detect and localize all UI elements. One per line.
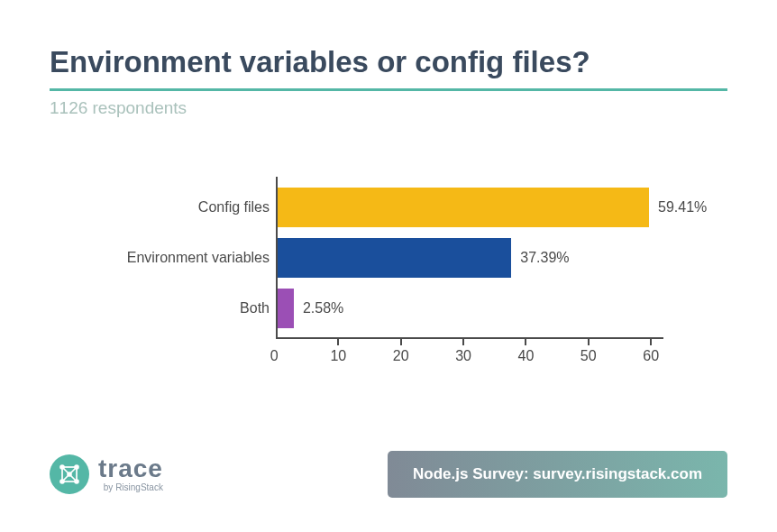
bar-value-label: 2.58% <box>303 300 343 316</box>
bar-value-label: 59.41% <box>658 199 707 216</box>
x-tick-label: 50 <box>580 348 597 364</box>
chart-bars: 59.41%37.39%2.58% <box>278 177 665 339</box>
x-tick-label: 60 <box>643 348 659 364</box>
bar-row: 37.39% <box>278 238 570 278</box>
chart: Config filesEnvironment variablesBoth 59… <box>109 177 668 384</box>
x-tick-mark <box>588 339 590 345</box>
bar <box>278 238 511 278</box>
svg-point-11 <box>59 479 65 484</box>
x-axis: 0102030405060 <box>258 339 672 375</box>
x-tick-label: 10 <box>330 348 346 364</box>
logo-text: trace <box>98 456 163 482</box>
trace-logo: trace by RisingStack <box>50 454 163 494</box>
y-label: Environment variables <box>109 238 270 278</box>
logo-subtext: by RisingStack <box>98 483 163 492</box>
y-label: Both <box>109 289 270 328</box>
trace-logo-icon <box>50 454 89 494</box>
x-tick-label: 0 <box>270 348 279 364</box>
survey-badge: Node.js Survey: survey.risingstack.com <box>388 451 727 498</box>
x-tick-mark <box>400 339 402 345</box>
y-label: Config files <box>109 188 270 227</box>
x-tick-label: 30 <box>455 348 471 364</box>
y-axis-labels: Config filesEnvironment variablesBoth <box>109 177 270 339</box>
x-tick-mark <box>462 339 464 345</box>
bar <box>278 188 649 227</box>
x-tick-mark <box>525 339 526 345</box>
svg-point-12 <box>74 479 79 484</box>
bar-value-label: 37.39% <box>520 250 569 266</box>
x-tick-label: 20 <box>393 348 409 364</box>
title-divider <box>50 88 727 91</box>
bar-row: 2.58% <box>278 289 343 328</box>
svg-point-10 <box>74 464 79 470</box>
svg-point-9 <box>59 464 65 470</box>
x-tick-mark <box>337 339 339 345</box>
bar <box>278 289 294 328</box>
x-tick-mark <box>650 339 652 345</box>
x-tick-label: 40 <box>518 348 535 364</box>
svg-point-13 <box>67 472 72 477</box>
page-title: Environment variables or config files? <box>50 45 727 79</box>
respondent-count: 1126 respondents <box>50 98 727 118</box>
bar-row: 59.41% <box>278 188 707 227</box>
